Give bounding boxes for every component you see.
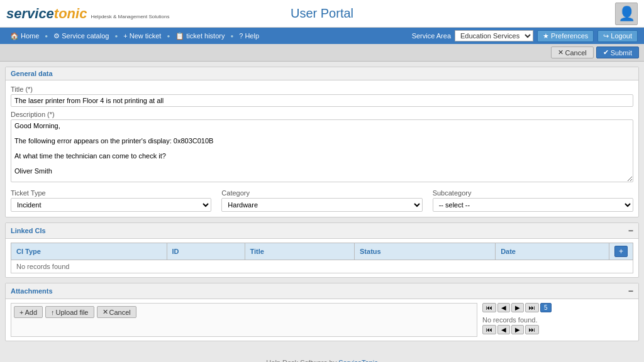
nav-home[interactable]: 🏠 Home [6,32,43,40]
logo-accent: tonic [54,6,87,21]
attachments-section: Attachments − + Add ↑ Upload file [5,283,639,341]
footer-link[interactable]: ServiceTonic [338,359,377,362]
nav-new-ticket[interactable]: + New ticket [119,32,165,40]
page-prev-btn-b[interactable]: ◀ [497,325,510,334]
nav-left: 🏠 Home ● ⚙ Service catalog ● + New ticke… [6,32,263,40]
nav-sep-3: ● [167,33,170,39]
nav-sep-1: ● [45,33,48,39]
ci-table: CI Type ID Title Status Date + No record… [11,243,633,273]
nav-service-catalog[interactable]: ⚙ Service catalog [50,32,113,40]
logo-sub: Helpdesk & Management Solutions [91,14,169,19]
ci-table-header-row: CI Type ID Title Status Date + [11,243,633,260]
logout-button[interactable]: ↪ Logout [597,30,638,42]
nav-help[interactable]: ? Help [235,32,263,40]
attachments-collapse-icon[interactable]: − [628,286,633,296]
ci-table-head: CI Type ID Title Status Date + [11,243,633,260]
subcategory-select[interactable]: -- select -- [433,198,633,212]
page-last-btn-b[interactable]: ⏭ [525,325,539,334]
page-first-btn-b[interactable]: ⏮ [482,325,496,334]
nav-right: Service Area Education Services ★ Prefer… [412,30,638,42]
upload-file-button[interactable]: ↑ Upload file [45,306,94,318]
page-prev-btn[interactable]: ◀ [497,303,510,312]
attachments-header: Attachments − [6,283,638,299]
navbar: 🏠 Home ● ⚙ Service catalog ● + New ticke… [0,28,644,44]
cancel-button[interactable]: ✕ Cancel [551,47,594,58]
footer: Help Desk Software by ServiceTonic [0,351,644,362]
attach-content: + Add ↑ Upload file ✕ Cancel [11,303,633,337]
linked-cis-header: Linked CIs − [6,223,638,239]
ci-col-date: Date [496,243,609,260]
title-input[interactable] [11,94,633,107]
new-ticket-icon: + [123,32,127,40]
attach-toolbar: + Add ↑ Upload file ✕ Cancel [11,304,477,321]
page-next-btn-b[interactable]: ▶ [511,325,524,334]
ticket-type-col: Ticket Type Incident Service Request Cha… [11,189,211,212]
ticket-type-select[interactable]: Incident Service Request Change [11,198,211,212]
attach-pagination-bottom: ⏮ ◀ ▶ ⏭ [482,325,633,334]
nav-ticket-history[interactable]: 📋 ticket history [172,32,228,40]
logo: servicetonic Helpdesk & Management Solut… [6,6,169,22]
ci-col-action: + [609,243,633,260]
page-title: User Portal [291,6,353,21]
ci-col-title: Title [245,243,355,260]
submit-icon: ✔ [603,48,609,57]
attach-right-panel: ⏮ ◀ ▶ ⏭ 5 No records found. ⏮ ◀ ▶ ⏭ [482,303,633,337]
cancel-icon: ✕ [558,48,564,57]
attachments-label: Attachments [11,287,53,295]
home-icon: 🏠 [10,32,19,40]
attach-add-button[interactable]: + Add [14,306,43,318]
category-label: Category [221,189,422,197]
ci-no-records-row: No records found [11,260,633,273]
page-next-btn[interactable]: ▶ [511,303,524,312]
page-last-btn[interactable]: ⏭ [525,303,539,312]
logo-sub-area: Helpdesk & Management Solutions [89,8,169,19]
upload-icon: ↑ [51,309,55,316]
ci-add-button[interactable]: + [614,246,628,257]
footer-text: Help Desk Software by [266,359,338,362]
help-icon: ? [239,32,243,40]
service-area-label: Service Area [412,32,451,40]
ci-col-type: CI Type [11,243,167,260]
logo-text: servicetonic [6,6,87,22]
category-col: Category Hardware Software Network [221,189,422,212]
logout-icon: ↪ [603,32,609,40]
general-data-label: General data [11,70,53,77]
linked-cis-section: Linked CIs − CI Type ID Title Status Dat… [5,222,639,278]
linked-cis-body: CI Type ID Title Status Date + No record… [6,239,638,277]
preferences-icon: ★ [543,32,549,40]
ci-col-status: Status [355,243,496,260]
header: servicetonic Helpdesk & Management Solut… [0,0,644,28]
page-size-btn[interactable]: 5 [540,303,552,312]
catalog-icon: ⚙ [53,32,60,40]
description-label: Description (*) [11,111,633,118]
description-textarea[interactable]: Good Morning, The following error appear… [11,119,633,182]
attach-pagination-top: ⏮ ◀ ▶ ⏭ 5 [482,303,633,312]
general-data-section: General data Title (*) Description (*) G… [5,67,639,217]
ci-no-records: No records found [11,260,633,273]
toolbar-strip: ✕ Cancel ✔ Submit [0,44,644,62]
general-data-header: General data [6,67,638,80]
submit-button[interactable]: ✔ Submit [596,47,639,58]
general-data-body: Title (*) Description (*) Good Morning, … [6,80,638,217]
add-icon: + [19,309,23,316]
ci-col-id: ID [167,243,245,260]
attach-cancel-button[interactable]: ✕ Cancel [97,306,136,318]
page-first-btn[interactable]: ⏮ [482,303,496,312]
linked-cis-label: Linked CIs [11,227,46,234]
category-select[interactable]: Hardware Software Network [221,198,422,212]
subcategory-label: Subcategory [433,189,633,197]
main-content: General data Title (*) Description (*) G… [0,62,644,351]
attach-left-panel: + Add ↑ Upload file ✕ Cancel [11,303,477,337]
service-area-select[interactable]: Education Services [455,30,533,41]
nav-sep-4: ● [230,33,233,39]
attachments-body: + Add ↑ Upload file ✕ Cancel [6,299,638,341]
subcategory-col: Subcategory -- select -- [433,189,633,212]
ticket-type-label: Ticket Type [11,189,211,197]
preferences-button[interactable]: ★ Preferences [537,30,594,42]
attach-no-records: No records found. [482,315,633,325]
form-row-type: Ticket Type Incident Service Request Cha… [11,189,633,212]
ci-table-body: No records found [11,260,633,273]
avatar: 👤 [615,3,638,25]
title-label: Title (*) [11,85,633,93]
linked-cis-collapse-icon[interactable]: − [628,226,633,236]
